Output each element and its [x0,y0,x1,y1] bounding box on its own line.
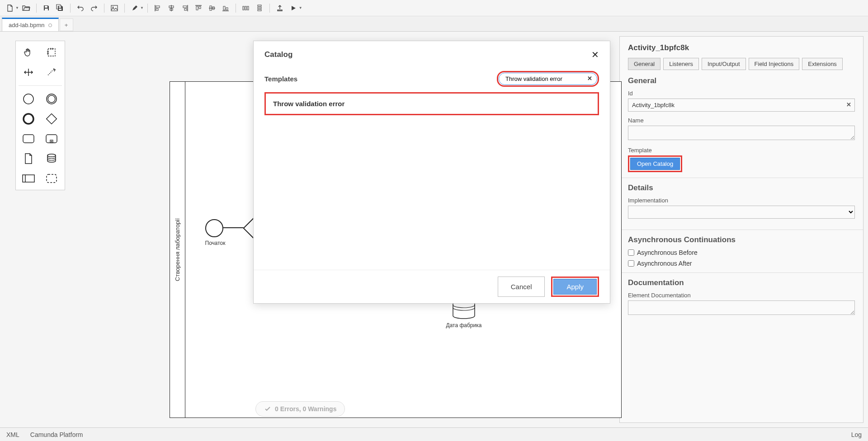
svg-rect-42 [47,174,57,183]
apply-button[interactable]: Apply [553,279,597,295]
tab-listeners[interactable]: Listeners [663,58,699,70]
toolbar: ▼ ▼ ▼ [0,0,868,16]
tab-dirty-indicator [48,23,52,27]
svg-rect-29 [258,9,261,11]
async-group-title: Asynchronous Continuations [628,235,855,244]
templates-label: Templates [264,75,297,83]
close-icon[interactable]: ✕ [591,49,599,60]
tab-filename: add-lab.bpmn [9,22,45,28]
run-dropdown[interactable]: ▼ [299,6,302,10]
element-doc-label: Element Documentation [628,292,855,299]
svg-rect-8 [156,9,158,10]
status-text: 0 Errors, 0 Warnings [275,405,336,413]
distribute-h-icon[interactable] [240,2,252,14]
align-left-icon[interactable] [151,2,164,14]
undo-icon[interactable] [74,2,87,14]
id-label: Id [628,90,855,97]
open-catalog-button[interactable]: Open Catalog [630,158,680,170]
image-icon[interactable] [108,2,121,14]
align-middle-icon[interactable] [206,2,218,14]
space-tool-icon[interactable] [19,64,38,81]
general-group-title: General [628,76,855,85]
cancel-button[interactable]: Cancel [498,277,545,297]
documentation-group-title: Documentation [628,278,855,287]
redo-icon[interactable] [88,2,100,14]
separator [70,4,71,13]
template-label: Template [628,147,855,154]
template-result-item[interactable]: Throw validation error [264,92,599,115]
new-file-dropdown[interactable]: ▼ [15,6,19,10]
svg-rect-0 [45,6,47,8]
connect-tool-icon[interactable] [42,64,61,81]
svg-rect-30 [48,49,55,56]
footer-log[interactable]: Log [851,431,862,438]
implementation-label: Implementation [628,197,855,204]
svg-rect-23 [226,8,228,10]
highlight-dropdown[interactable]: ▼ [140,6,144,10]
file-tab[interactable]: add-lab.bpmn [2,18,59,31]
id-input[interactable] [628,99,855,112]
align-bottom-icon[interactable] [219,2,232,14]
svg-rect-7 [156,6,160,8]
validation-status[interactable]: 0 Errors, 0 Warnings [255,401,345,417]
data-store-icon[interactable] [42,150,61,167]
svg-rect-3 [59,9,61,10]
intermediate-event-icon[interactable] [42,90,61,108]
svg-rect-28 [258,7,261,9]
data-object-icon[interactable] [19,150,38,167]
svg-point-33 [48,95,55,103]
start-event-icon[interactable] [19,90,38,108]
svg-rect-14 [184,9,187,10]
run-icon[interactable] [287,2,300,14]
align-top-icon[interactable] [192,2,205,14]
check-icon [264,405,271,413]
task-icon[interactable] [19,130,38,147]
name-label: Name [628,117,855,124]
footer-bar: XML Camunda Platform Log [0,427,868,441]
save-all-icon[interactable] [54,2,66,14]
clear-search-icon[interactable]: ✕ [587,75,592,82]
new-file-icon[interactable] [4,2,16,14]
async-before-checkbox[interactable]: Asynchronous Before [628,249,855,256]
tab-general[interactable]: General [628,58,660,70]
svg-rect-13 [183,6,187,8]
hand-tool-icon[interactable] [19,44,38,61]
group-icon[interactable] [42,170,61,187]
end-event-icon[interactable] [19,110,38,127]
svg-rect-1 [45,9,48,10]
svg-point-39 [47,154,56,157]
footer-platform[interactable]: Camunda Platform [30,431,83,438]
tab-input-output[interactable]: Input/Output [702,58,746,70]
svg-point-34 [24,114,33,124]
participant-icon[interactable] [19,170,38,187]
separator [236,4,236,13]
align-right-icon[interactable] [179,2,191,14]
tab-extensions[interactable]: Extensions [802,58,843,70]
data-store-label: Дата фабрика [437,322,491,328]
add-tab-button[interactable]: + [60,19,73,31]
open-file-icon[interactable] [20,2,33,14]
gateway-icon[interactable] [42,110,61,127]
name-input[interactable] [628,126,855,140]
svg-rect-27 [258,5,261,6]
svg-rect-17 [199,6,201,9]
async-after-checkbox[interactable]: Asynchronous After [628,260,855,267]
lane-label: Створення лабораторії [170,82,185,418]
save-icon[interactable] [40,2,53,14]
clear-id-icon[interactable]: ✕ [846,101,851,108]
modal-title: Catalog [264,50,292,59]
distribute-v-icon[interactable] [253,2,266,14]
template-search-input[interactable] [499,73,597,85]
subprocess-icon[interactable] [42,130,61,147]
svg-rect-4 [111,5,118,11]
tab-field-injections[interactable]: Field Injections [749,58,800,70]
svg-rect-22 [223,6,225,10]
footer-xml[interactable]: XML [6,431,19,438]
lasso-tool-icon[interactable] [42,44,61,61]
align-center-icon[interactable] [165,2,178,14]
element-doc-input[interactable] [628,300,855,315]
implementation-select[interactable] [628,206,855,219]
start-event[interactable] [205,219,223,237]
highlight-icon[interactable] [128,2,141,14]
deploy-icon[interactable] [274,2,286,14]
